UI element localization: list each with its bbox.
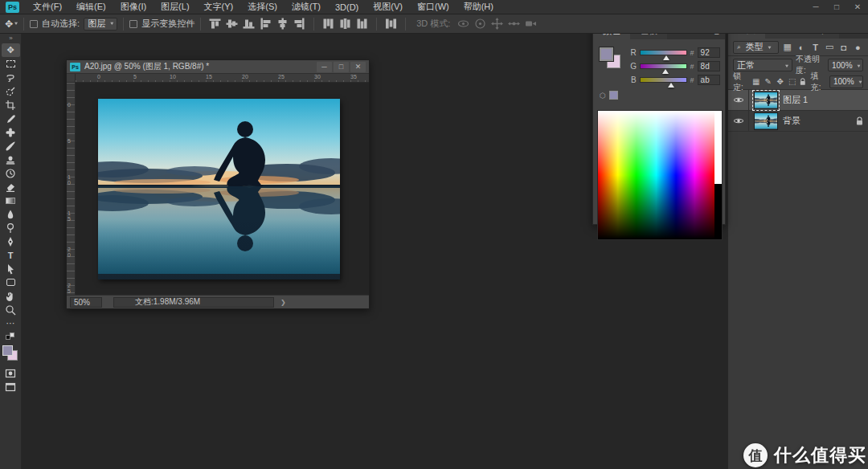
visibility-toggle[interactable]	[728, 90, 749, 110]
auto-select-checkbox[interactable]	[30, 20, 38, 28]
3d-roll-icon[interactable]	[474, 18, 486, 30]
menu-image[interactable]: 图像(I)	[113, 0, 154, 14]
shape-layer-filter-icon[interactable]: ▭	[824, 42, 835, 52]
gamut-cube-icon[interactable]: ⬡	[600, 92, 606, 100]
tool-preset-chevron-icon[interactable]: ▾	[14, 21, 18, 27]
type-layer-filter-icon[interactable]: T	[810, 43, 821, 52]
lock-all-icon[interactable]	[800, 77, 806, 86]
adjustment-layer-filter-icon[interactable]: ◐	[796, 43, 807, 52]
move-tool[interactable]: ✥	[2, 43, 20, 57]
3d-pan-icon[interactable]	[491, 18, 503, 30]
menu-window[interactable]: 窗口(W)	[410, 0, 457, 14]
blue-slider[interactable]	[640, 77, 686, 83]
layer-name[interactable]: 图层 1	[783, 94, 808, 106]
smart-object-filter-icon[interactable]: ◘	[838, 43, 850, 52]
default-colors-icon[interactable]	[2, 330, 20, 344]
quick-selection-tool[interactable]	[2, 84, 20, 98]
align-vertical-center-icon[interactable]	[226, 18, 238, 30]
menu-filter[interactable]: 滤镜(T)	[285, 0, 328, 14]
align-top-icon[interactable]	[209, 18, 221, 30]
pixel-layer-filter-icon[interactable]: ▦	[782, 42, 793, 52]
document-title-bar[interactable]: Ps A20.jpg @ 50% (图层 1, RGB/8#) * ─ □ ✕	[67, 60, 369, 74]
red-hex-field[interactable]: 92	[698, 47, 720, 58]
history-brush-tool[interactable]	[2, 166, 20, 180]
clone-stamp-tool[interactable]	[2, 153, 20, 166]
pen-tool[interactable]	[2, 234, 20, 248]
document-size-info[interactable]: 文档:1.98M/3.96M	[113, 297, 274, 308]
zoom-level-field[interactable]: 50%	[70, 297, 102, 308]
marquee-tool[interactable]	[2, 57, 20, 71]
green-slider[interactable]	[640, 63, 686, 69]
edit-toolbar-icon[interactable]: ⋯	[2, 316, 20, 330]
color-spectrum-picker[interactable]	[598, 111, 714, 239]
layer-thumbnail[interactable]	[754, 92, 778, 109]
background-lock-icon[interactable]	[856, 116, 863, 125]
3d-camera-icon[interactable]	[525, 18, 537, 30]
doc-maximize-button[interactable]: □	[334, 62, 349, 72]
distribute-bottom-icon[interactable]	[356, 18, 368, 30]
filter-toggle-icon[interactable]: ●	[852, 43, 863, 52]
horizontal-ruler[interactable]: 0 5 10 15 20 25 30 35	[76, 74, 369, 83]
menu-file[interactable]: 文件(F)	[26, 0, 69, 14]
menu-3d[interactable]: 3D(D)	[328, 1, 366, 14]
menu-type[interactable]: 文字(Y)	[197, 0, 241, 14]
3d-orbit-icon[interactable]	[457, 18, 469, 30]
green-hex-field[interactable]: 8d	[698, 61, 720, 71]
close-button[interactable]: ✕	[847, 0, 868, 14]
lasso-tool[interactable]	[2, 71, 20, 84]
distribute-top-icon[interactable]	[322, 18, 334, 30]
red-slider[interactable]	[640, 50, 686, 55]
fill-dropdown[interactable]: 100% ▾	[829, 75, 863, 88]
align-bottom-icon[interactable]	[243, 18, 255, 30]
doc-minimize-button[interactable]: ─	[317, 62, 332, 72]
distribute-vertical-center-icon[interactable]	[339, 18, 351, 30]
menu-select[interactable]: 选择(S)	[240, 0, 285, 14]
hand-tool[interactable]	[2, 289, 20, 303]
screen-mode-tool[interactable]	[2, 380, 20, 394]
lock-transparency-icon[interactable]: ▦	[751, 77, 760, 86]
menu-layer[interactable]: 图层(L)	[154, 0, 196, 14]
gamut-color-swatch[interactable]	[609, 91, 618, 100]
menu-help[interactable]: 帮助(H)	[457, 0, 501, 14]
foreground-color-swatch[interactable]	[600, 47, 613, 61]
3d-slide-icon[interactable]	[508, 18, 520, 30]
blue-hex-field[interactable]: ab	[698, 75, 720, 85]
status-chevron-icon[interactable]: ❯	[280, 299, 286, 306]
align-left-icon[interactable]	[260, 18, 272, 30]
align-right-icon[interactable]	[293, 18, 305, 30]
layer-thumbnail[interactable]	[754, 112, 778, 130]
shape-tool[interactable]	[2, 275, 20, 289]
lock-artboard-icon[interactable]: ⬚	[788, 77, 796, 86]
blur-tool[interactable]	[2, 207, 20, 221]
show-transform-checkbox[interactable]	[129, 20, 137, 28]
layer-name[interactable]: 背景	[783, 115, 800, 127]
align-horizontal-center-icon[interactable]	[276, 18, 289, 30]
maximize-button[interactable]: □	[826, 0, 847, 14]
quick-mask-tool[interactable]	[2, 366, 20, 380]
crop-tool[interactable]	[2, 98, 20, 112]
toolbar-collapse-icon[interactable]: »	[9, 34, 11, 43]
ruler-corner[interactable]	[67, 74, 76, 83]
zoom-tool[interactable]	[2, 303, 20, 316]
type-tool[interactable]: T	[2, 248, 20, 262]
canvas-image[interactable]	[98, 99, 340, 279]
vertical-ruler[interactable]: 0 5 10 15 20 25	[67, 83, 76, 295]
minimize-button[interactable]: ─	[805, 0, 826, 14]
path-selection-tool[interactable]	[2, 262, 20, 275]
layer-row-background[interactable]: 背景	[728, 111, 868, 132]
visibility-toggle[interactable]	[728, 111, 749, 131]
lock-position-icon[interactable]: ✥	[776, 77, 784, 86]
layer-row-layer1[interactable]: 图层 1	[728, 90, 868, 111]
red-slider-thumb[interactable]	[663, 55, 669, 60]
blue-slider-thumb[interactable]	[668, 83, 674, 88]
lock-pixels-icon[interactable]: ✎	[764, 77, 772, 86]
gradient-tool[interactable]	[2, 194, 20, 207]
eraser-tool[interactable]	[2, 180, 20, 194]
menu-edit[interactable]: 编辑(E)	[69, 0, 113, 14]
pasteboard[interactable]	[76, 83, 369, 295]
green-slider-thumb[interactable]	[662, 69, 669, 74]
brush-tool[interactable]	[2, 139, 20, 153]
auto-select-dropdown[interactable]: 图层 ▾	[84, 18, 117, 31]
foreground-color-swatch[interactable]	[2, 345, 13, 356]
opacity-dropdown[interactable]: 100% ▾	[828, 59, 863, 71]
